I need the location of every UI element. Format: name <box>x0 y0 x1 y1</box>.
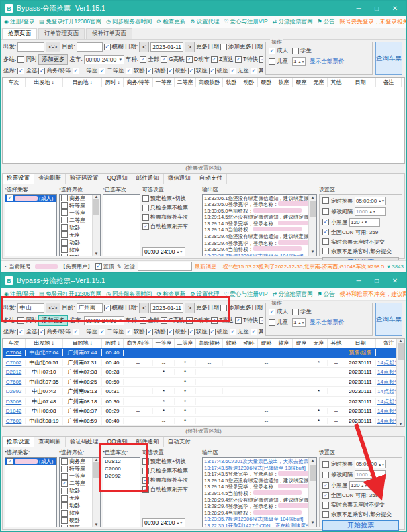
scroll-down-icon[interactable]: ▼ <box>311 249 315 256</box>
minimize-button[interactable]: ─ <box>351 3 366 14</box>
seat-type-checkbox-3[interactable]: 二等座 <box>99 67 124 75</box>
passenger-listbox[interactable]: (成人) <box>5 457 57 527</box>
maximize-button[interactable]: □ <box>369 276 384 286</box>
settings-tab-0[interactable]: 抢票设置 <box>3 174 34 184</box>
column-header[interactable]: 其他 <box>328 78 345 87</box>
seat-type-checkbox-8[interactable]: 硬座 <box>209 67 228 75</box>
add-more-stations-button[interactable]: 添加更多 <box>38 54 68 65</box>
column-header[interactable]: 高级软卧 <box>196 339 223 348</box>
scroll-up-icon[interactable]: ▲ <box>95 458 99 462</box>
fuzzy-checkbox[interactable]: 模糊 <box>104 43 124 51</box>
seat-type-checkbox-8[interactable]: 硬座 <box>209 328 228 336</box>
train-type-checkbox-3[interactable]: Z直达 <box>211 56 234 64</box>
seat-type-checkbox-1[interactable]: 商务/特等 <box>38 328 71 336</box>
setting-value-input[interactable]: 1000▲▼ <box>355 470 386 479</box>
settings-tab-1[interactable]: 查询刷新 <box>34 174 66 184</box>
seat-type-checkbox-2[interactable]: 一等座 <box>73 328 98 336</box>
settings-tab-0[interactable]: 抢票设置 <box>3 437 34 447</box>
train-type-checkbox-5[interactable]: K快速 <box>259 56 263 64</box>
checkbox-icon[interactable] <box>322 502 329 509</box>
column-header[interactable]: 软座 <box>275 339 293 348</box>
scroll-up-icon[interactable]: ▲ <box>311 458 315 464</box>
checkbox-icon[interactable] <box>322 197 329 204</box>
selected-train-item[interactable]: C7606 <box>103 465 140 472</box>
menu-item-sync-time[interactable]: ◷同步服务器时间 <box>106 290 152 299</box>
date-prev-button[interactable]: < <box>139 42 149 52</box>
scroll-up-icon[interactable]: ▲ <box>399 339 403 343</box>
seat-type-checkbox-10[interactable]: 其他 <box>251 328 263 336</box>
train-type-checkbox-1[interactable]: G高铁 <box>161 56 185 64</box>
settings-tab-5[interactable]: 微信通知 <box>164 174 195 184</box>
menu-item-vip[interactable]: ♡爱心与注册VIP <box>224 18 267 26</box>
setting-value-input[interactable]: 120▲▼ <box>349 481 380 490</box>
column-header[interactable]: 目的地 ↓ <box>63 78 102 87</box>
scrollbar-thumb[interactable] <box>310 201 316 217</box>
train-number-link[interactable]: C7608 <box>3 418 26 424</box>
column-header[interactable]: 目的地 ↓ <box>63 339 102 348</box>
option-checkbox-0[interactable]: 预定检票+切换 <box>142 458 200 465</box>
setting-value-input[interactable]: 120▲▼ <box>349 218 380 227</box>
passenger-listbox[interactable]: (成人) <box>5 194 57 257</box>
checkbox-icon[interactable] <box>322 229 329 235</box>
filter-input[interactable] <box>138 262 192 271</box>
column-header[interactable]: 其他 <box>328 339 345 348</box>
option-checkbox-1[interactable]: 只检余票不检票 <box>142 205 200 211</box>
passenger-item[interactable]: (成人) <box>5 458 56 465</box>
minimize-button[interactable]: ─ <box>351 276 366 286</box>
menu-item-login[interactable]: ◉注册/登录 <box>4 18 34 26</box>
scroll-down-icon[interactable]: ▼ <box>311 520 315 527</box>
seat-listbox[interactable]: 商务座特等座一等座二等座软卧无座动卧软座硬卧硬座▲▼ <box>59 457 101 527</box>
checkbox-icon[interactable] <box>322 492 329 499</box>
settings-tab-4[interactable]: 邮件通知 <box>132 437 164 447</box>
train-number-link[interactable]: C7606 <box>3 379 26 385</box>
adult-checkbox[interactable]: 成人 <box>269 308 288 316</box>
train-type-checkbox-1[interactable]: G高铁 <box>161 317 185 325</box>
selected-train-item[interactable]: D2992 <box>103 472 140 480</box>
seat-type-checkbox-7[interactable]: 软座 <box>188 328 208 336</box>
option-checkbox-3[interactable]: 自动检票刷开车 <box>142 223 200 230</box>
column-header[interactable]: 历时 ↓ <box>102 78 124 87</box>
train-type-checkbox-5[interactable]: K快速 <box>259 317 263 325</box>
settings-tab-6[interactable]: 自动支付 <box>195 174 227 184</box>
train-type-checkbox-0[interactable]: 全部 <box>140 317 159 325</box>
query-tickets-button[interactable]: 查询车票 <box>375 42 402 75</box>
train-number-link[interactable]: D3008 <box>3 398 26 405</box>
swap-stations-button[interactable]: <-> <box>46 303 61 313</box>
menu-item-login[interactable]: ◉注册/登录 <box>4 290 34 299</box>
maximize-button[interactable]: □ <box>369 3 384 14</box>
settings-tab-2[interactable]: 验证码处理 <box>66 437 103 447</box>
child-checkbox[interactable]: 儿童 <box>269 319 288 327</box>
table-row[interactable]: C7604中山北07:04广州南07:4400:40预售/起售 <box>3 348 404 358</box>
train-type-checkbox-3[interactable]: Z直达 <box>211 317 234 325</box>
same-time-checkbox[interactable]: 同时 <box>17 317 37 325</box>
seat-type-checkbox-3[interactable]: 二等座 <box>99 328 124 336</box>
table-row[interactable]: C7606中山北07:35广州南08:2500:50*2023011114点起售 <box>3 378 404 388</box>
menu-item-announcement[interactable]: ⚑公告 <box>318 18 335 26</box>
output-scrollbar[interactable]: ▲▼ <box>308 458 316 527</box>
page-tab-2[interactable]: 候补订单页面 <box>86 28 132 39</box>
settings-tab-4[interactable]: 邮件通知 <box>132 174 164 184</box>
option-checkbox-2[interactable]: 检票和候补车次 <box>142 477 200 484</box>
dest-input[interactable] <box>77 42 103 52</box>
same-time-checkbox[interactable]: 同时 <box>17 56 37 64</box>
train-number-link[interactable]: D1842 <box>3 408 26 414</box>
column-header[interactable]: 硬卧 <box>258 339 275 348</box>
checkbox-icon[interactable] <box>322 511 329 518</box>
seat-type-checkbox-9[interactable]: 无座 <box>230 67 249 75</box>
column-header[interactable]: 硬座 <box>293 78 310 87</box>
train-number-link[interactable]: D2992 <box>3 388 26 394</box>
child-checkbox[interactable]: 儿童 <box>269 58 288 66</box>
checkbox-icon[interactable] <box>322 461 329 468</box>
setting-value-input[interactable]: 1000▲▼ <box>355 207 386 216</box>
menu-item-official-site[interactable]: ⇄分流抢票官网 <box>273 18 313 26</box>
column-header[interactable]: 一等座 <box>153 78 175 87</box>
column-header[interactable]: 日期 <box>345 339 376 348</box>
column-header[interactable]: 动卧 <box>240 78 258 87</box>
child-count-stepper[interactable]: 1▲▼ <box>292 57 306 66</box>
checkbox-icon[interactable] <box>322 248 329 254</box>
train-type-checkbox-2[interactable]: D动车 <box>186 56 210 64</box>
column-header[interactable]: 车次 <box>3 78 26 87</box>
column-header[interactable]: 一等座 <box>153 339 175 348</box>
depart-time-select[interactable]: 00:00-24:00▼ <box>84 55 124 64</box>
output-log-box[interactable]: 13:33:06.1您还没有绑定微信通知，建议绑定微信通知，接收消息。13:33… <box>202 194 317 257</box>
